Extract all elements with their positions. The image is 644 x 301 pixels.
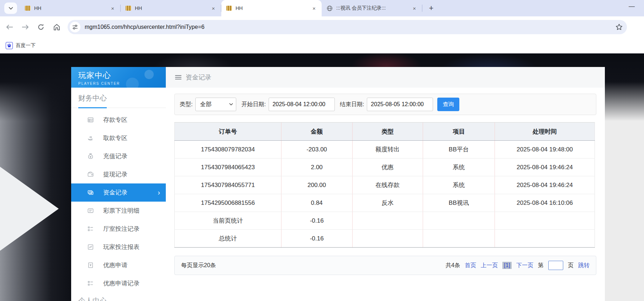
next-page-link[interactable]: 下一页 <box>516 262 533 269</box>
page-jump-input[interactable] <box>548 261 563 270</box>
sidebar-item-label: 取款专区 <box>103 134 127 142</box>
funds-table: 订单号 金额 类型 项目 处理时间 1754308079782034 -203.… <box>174 122 595 248</box>
col-header-order-id: 订单号 <box>175 123 281 141</box>
sidebar-item-label: 彩票下注明细 <box>103 207 139 215</box>
bookmark-baidu[interactable]: 百度一下 <box>6 42 36 49</box>
page-background-triangle <box>0 167 59 251</box>
reload-button[interactable] <box>35 21 47 33</box>
promo-ticket-icon <box>87 262 94 269</box>
tab-title: HH <box>34 5 109 11</box>
end-date-input[interactable] <box>367 98 433 111</box>
first-page-link[interactable]: 首页 <box>465 262 476 269</box>
tab-2[interactable]: HH × <box>121 0 221 16</box>
section-personal: 个人中心 <box>71 296 166 301</box>
back-button[interactable] <box>4 21 16 33</box>
player-center-sidebar: 玩家中心 PLAYERS CENTER 财务中心 存款专区 <box>71 67 166 301</box>
prev-page-link[interactable]: 上一页 <box>481 262 498 269</box>
empty-cell <box>495 230 595 248</box>
amount-cell: -0.16 <box>281 230 352 248</box>
window-minimize-button[interactable]: — <box>629 3 635 10</box>
summary-label-cell: 当前页统计 <box>175 212 281 230</box>
order-id-cell: 1754307984055771 <box>175 176 281 194</box>
sidebar-item-funds-record[interactable]: 资金记录 › <box>71 183 166 202</box>
tab-close-icon[interactable]: × <box>411 5 418 12</box>
tab-title: HH <box>135 5 210 11</box>
tab-strip: HH × HH × HH × :::视讯 会员下注纪录 <box>0 0 644 16</box>
site-favicon <box>25 6 31 11</box>
sidebar-item-label: 提现记录 <box>103 170 127 178</box>
bookmarks-bar: 百度一下 <box>0 38 644 53</box>
tab-close-icon[interactable]: × <box>109 5 116 12</box>
sidebar-item-label: 优惠申请 <box>103 261 127 269</box>
tab-3-active[interactable]: HH × <box>221 0 322 16</box>
sidebar-item-withdraw[interactable]: 取款专区 <box>71 129 166 147</box>
type-cell: 反水 <box>352 194 423 212</box>
bookmark-star-button[interactable] <box>616 24 623 31</box>
sidebar-item-deposit[interactable]: 存款专区 <box>71 111 166 129</box>
sidebar-item-label: 充值记录 <box>103 152 127 160</box>
deposit-terminal-icon <box>87 116 94 124</box>
address-bar[interactable]: mgm1065.com/hhcp/usercenter.html?iniType… <box>68 20 627 34</box>
menu-icon <box>175 75 181 79</box>
sidebar-item-withdrawal-record[interactable]: 提现记录 <box>71 165 166 183</box>
sidebar-item-promo-apply[interactable]: 优惠申请 <box>71 256 166 274</box>
order-id-cell: 1754295006881556 <box>175 194 281 212</box>
site-settings-button[interactable] <box>70 22 80 32</box>
time-cell: 2025-08-04 19:48:00 <box>495 141 595 159</box>
banknotes-icon <box>87 189 94 196</box>
empty-cell <box>423 212 495 230</box>
reload-icon <box>37 24 44 31</box>
section-personal-label: 个人中心 <box>78 296 107 301</box>
jump-link[interactable]: 跳转 <box>578 262 590 269</box>
type-select-value: 全部 <box>200 101 229 108</box>
hand-money-icon <box>87 135 94 142</box>
home-button[interactable] <box>51 21 63 33</box>
type-select[interactable]: 全部 <box>195 98 236 111</box>
total-count-text: 共4条 <box>445 262 460 269</box>
summary-label-cell: 总统计 <box>175 230 281 248</box>
tab-search-button[interactable] <box>4 2 17 14</box>
sidebar-item-lottery-bets[interactable]: 彩票下注明细 <box>71 202 166 220</box>
sidebar-item-hall-bet-record[interactable]: 厅室投注记录 <box>71 220 166 238</box>
type-label: 类型: <box>180 101 192 108</box>
sidebar-item-promo-apply-record[interactable]: 优惠申请记录 <box>71 274 166 292</box>
col-header-project: 项目 <box>423 123 495 141</box>
content-header: 资金记录 <box>166 67 605 88</box>
home-icon <box>53 24 60 31</box>
sidebar-header: 玩家中心 PLAYERS CENTER <box>71 67 166 88</box>
tab-close-icon[interactable]: × <box>311 5 317 12</box>
col-header-type: 类型 <box>352 123 423 141</box>
start-date-label: 开始日期: <box>241 101 265 108</box>
url-text[interactable]: mgm1065.com/hhcp/usercenter.html?iniType… <box>85 24 616 30</box>
amount-cell: -0.16 <box>281 212 352 230</box>
tabs: HH × HH × HH × :::视讯 会员下注纪录 <box>20 0 437 16</box>
type-cell: 额度转出 <box>352 141 423 159</box>
section-finance-label: 财务中心 <box>78 93 107 108</box>
tab-1[interactable]: HH × <box>20 0 120 16</box>
wallet-icon <box>87 171 94 178</box>
browser-window: HH × HH × HH × :::视讯 会员下注纪录 <box>0 0 644 301</box>
search-button[interactable]: 查询 <box>437 98 459 111</box>
sidebar-item-recharge-record[interactable]: 充值记录 <box>71 147 166 165</box>
web-page: 玩家中心 PLAYERS CENTER 财务中心 存款专区 <box>0 53 644 301</box>
tune-icon <box>72 24 78 30</box>
chevron-right-icon: › <box>158 188 160 197</box>
tab-title: HH <box>236 5 311 11</box>
start-date-input[interactable] <box>269 98 335 111</box>
money-bag-icon <box>87 153 94 160</box>
back-icon <box>6 24 14 30</box>
chevron-down-icon <box>229 103 233 106</box>
sidebar-item-player-report[interactable]: 玩家投注报表 <box>71 238 166 256</box>
table-header-row: 订单号 金额 类型 项目 处理时间 <box>175 123 595 141</box>
tab-close-icon[interactable]: × <box>210 5 217 12</box>
decor-bubble <box>144 70 154 79</box>
new-tab-button[interactable]: + <box>426 3 437 14</box>
main-content: 资金记录 类型: 全部 开始日期: 结束日期: 查询 <box>166 67 605 301</box>
globe-icon <box>327 5 333 11</box>
forward-button[interactable] <box>19 21 31 33</box>
tab-4[interactable]: :::视讯 会员下注纪录::: × <box>322 0 422 16</box>
time-cell: 2025-08-04 16:10:06 <box>495 194 595 212</box>
table-row: 1754295006881556 0.84 反水 BB视讯 2025-08-04… <box>175 194 595 212</box>
project-cell: 系统 <box>423 159 495 176</box>
current-page-indicator: [1] <box>502 262 512 269</box>
